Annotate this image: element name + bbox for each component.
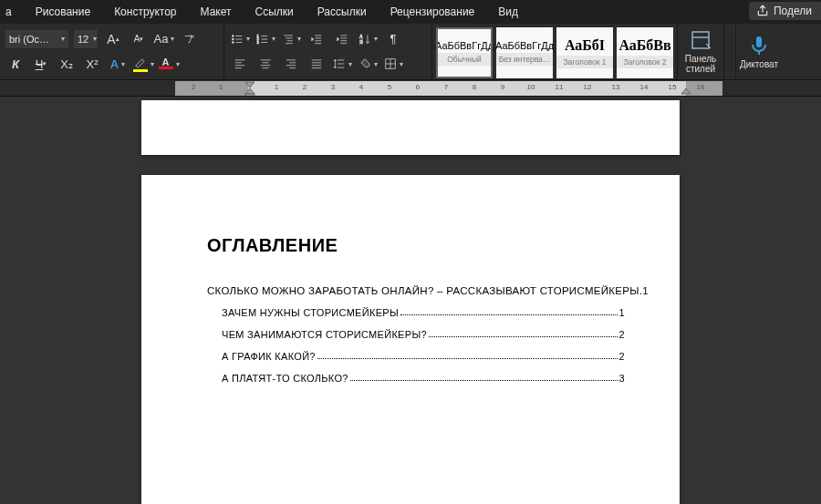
toc-entry-page: 2 bbox=[619, 351, 625, 362]
svg-text:Я: Я bbox=[359, 39, 362, 44]
align-right-button[interactable] bbox=[281, 54, 301, 74]
ruler-number: 4 bbox=[359, 83, 363, 91]
svg-point-1 bbox=[232, 38, 234, 40]
document-page[interactable]: ОГЛАВЛЕНИЕ Сколько можно заработать онла… bbox=[141, 175, 680, 504]
svg-text:A: A bbox=[359, 35, 363, 39]
document-canvas[interactable]: ОГЛАВЛЕНИЕ Сколько можно заработать онла… bbox=[0, 97, 821, 504]
svg-marker-12 bbox=[245, 88, 255, 94]
ruler-number: 1 bbox=[275, 83, 278, 91]
tab-review[interactable]: Рецензирование bbox=[385, 2, 481, 22]
strikethrough-icon: Ч bbox=[36, 57, 44, 71]
ruler-number: 13 bbox=[612, 83, 620, 91]
tab-mailings[interactable]: Рассылки bbox=[312, 2, 372, 22]
style-label: Заголовок 1 bbox=[556, 56, 613, 68]
font-family-selector[interactable]: bri (Ос… bbox=[5, 30, 68, 48]
styles-pane-button[interactable]: Панель стилей bbox=[678, 24, 723, 79]
toc-entry-level2[interactable]: А платят-то сколько? 3 bbox=[207, 373, 625, 384]
line-spacing-button[interactable] bbox=[332, 54, 352, 74]
ruler-number: 5 bbox=[388, 83, 391, 91]
subscript-button[interactable]: X₂ bbox=[57, 54, 77, 74]
toc-entry-level2[interactable]: Чем занимаются сторисмейкеры? 2 bbox=[207, 329, 625, 340]
styles-pane-icon bbox=[690, 29, 712, 51]
styles-pane-label: Панель стилей bbox=[681, 54, 720, 74]
toc-entry-level2[interactable]: А график какой? 2 bbox=[207, 351, 625, 362]
style-preview: АаБбВвГгДд bbox=[435, 40, 494, 51]
multilevel-list-button[interactable] bbox=[281, 29, 301, 49]
style-no-spacing[interactable]: АаБбВвГгДд Без интерва… bbox=[496, 27, 553, 78]
tab-bar: а Рисование Конструктор Макет Ссылки Рас… bbox=[0, 0, 821, 24]
ribbon: bri (Ос… 12 A▴ A▾ Aa К Ч▾ X₂ X² A bbox=[0, 24, 821, 80]
previous-page-bottom[interactable] bbox=[141, 100, 680, 155]
tab-layout[interactable]: Макет bbox=[195, 2, 237, 22]
align-justify-button[interactable] bbox=[307, 54, 327, 74]
borders-button[interactable] bbox=[383, 54, 403, 74]
toc-entry-text: Чем занимаются сторисмейкеры? bbox=[222, 329, 427, 340]
shading-button[interactable] bbox=[358, 54, 378, 74]
hanging-indent-marker[interactable] bbox=[244, 87, 255, 96]
style-heading1[interactable]: АаБбІ Заголовок 1 bbox=[556, 27, 613, 78]
ruler-number: 15 bbox=[669, 83, 677, 91]
highlight-icon bbox=[133, 57, 148, 72]
toc-entry-page: 1 bbox=[642, 285, 649, 296]
horizontal-ruler[interactable]: 2 1 1 2 3 4 5 6 7 8 9 10 11 12 13 14 15 … bbox=[175, 81, 722, 96]
superscript-button[interactable]: X² bbox=[82, 54, 102, 74]
shrink-font-icon: A bbox=[134, 34, 140, 44]
font-effects-button[interactable]: A bbox=[108, 54, 128, 74]
font-size-selector[interactable]: 12 bbox=[74, 30, 98, 48]
dictate-button[interactable]: Диктоват bbox=[736, 24, 782, 79]
align-center-icon bbox=[259, 57, 272, 70]
shrink-font-button[interactable]: A▾ bbox=[129, 29, 149, 49]
font-color-button[interactable]: A bbox=[159, 54, 179, 74]
share-label: Подели bbox=[774, 5, 812, 17]
tab-design[interactable]: Конструктор bbox=[109, 2, 182, 22]
tab-view[interactable]: Вид bbox=[493, 2, 524, 22]
toc-entry-level1[interactable]: Сколько можно заработать онлайн? – расск… bbox=[207, 285, 625, 296]
align-left-icon bbox=[234, 57, 246, 70]
outdent-button[interactable] bbox=[307, 29, 327, 49]
multilevel-list-icon bbox=[282, 33, 295, 46]
sort-button[interactable]: AЯ bbox=[358, 29, 378, 49]
numbering-button[interactable]: 123 bbox=[255, 29, 275, 49]
indent-icon bbox=[336, 33, 348, 46]
share-icon bbox=[756, 5, 769, 17]
pages-container: ОГЛАВЛЕНИЕ Сколько можно заработать онла… bbox=[141, 97, 680, 504]
right-indent-marker[interactable] bbox=[681, 87, 691, 96]
tab-partial[interactable]: а bbox=[0, 2, 17, 22]
bullets-icon bbox=[231, 33, 244, 46]
microphone-icon bbox=[748, 35, 770, 57]
bullets-button[interactable] bbox=[230, 29, 250, 49]
ruler-number: 14 bbox=[640, 83, 649, 91]
svg-rect-10 bbox=[756, 36, 762, 47]
ruler-number: 8 bbox=[473, 83, 476, 91]
indent-button[interactable] bbox=[332, 29, 352, 49]
ruler-number: 10 bbox=[527, 83, 535, 91]
strikethrough-button[interactable]: Ч▾ bbox=[31, 54, 51, 74]
ribbon-styles-group: АаБбВвГгДд Обычный АаБбВвГгДд Без интерв… bbox=[432, 24, 678, 79]
style-normal[interactable]: АаБбВвГгДд Обычный bbox=[436, 27, 493, 78]
toc-leader-dots bbox=[317, 351, 618, 359]
font-color-icon: A bbox=[159, 58, 173, 69]
align-center-button[interactable] bbox=[255, 54, 275, 74]
highlight-button[interactable] bbox=[133, 54, 153, 74]
show-marks-button[interactable]: ¶ bbox=[383, 29, 403, 49]
italic-button[interactable]: К bbox=[5, 54, 26, 74]
share-button[interactable]: Подели bbox=[749, 2, 821, 20]
ruler-area: 2 1 1 2 3 4 5 6 7 8 9 10 11 12 13 14 15 … bbox=[0, 80, 821, 97]
toc-entry-page: 3 bbox=[619, 373, 625, 384]
ruler-number: 16 bbox=[697, 83, 705, 91]
toc-leader-dots bbox=[429, 329, 618, 337]
tab-drawing[interactable]: Рисование bbox=[30, 2, 96, 22]
style-label: Обычный bbox=[436, 53, 493, 66]
tab-references[interactable]: Ссылки bbox=[250, 2, 299, 22]
toc-heading: ОГЛАВЛЕНИЕ bbox=[207, 235, 625, 256]
clear-formatting-button[interactable] bbox=[180, 29, 200, 49]
font-family-value: bri (Ос… bbox=[9, 34, 57, 45]
svg-rect-13 bbox=[245, 94, 255, 96]
grow-font-button[interactable]: A▴ bbox=[103, 29, 123, 49]
align-left-button[interactable] bbox=[230, 54, 250, 74]
toc-entry-text: А график какой? bbox=[222, 351, 316, 362]
change-case-button[interactable]: Aa bbox=[154, 29, 174, 49]
toc-entry-level2[interactable]: Зачем нужны сторисмейкеры 1 bbox=[207, 307, 625, 318]
style-heading2[interactable]: АаБбВв Заголовок 2 bbox=[617, 27, 673, 78]
svg-point-0 bbox=[232, 35, 234, 36]
